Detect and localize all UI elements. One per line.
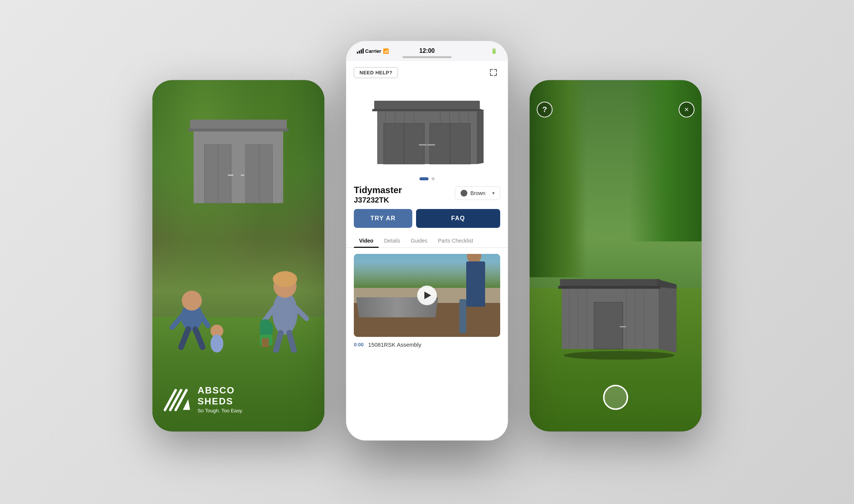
svg-rect-34 [372,109,482,111]
product-image-area [346,84,508,174]
carrier-label: Carrier [365,48,381,54]
ar-close-button[interactable]: × [679,102,694,118]
right-phone: ? × [530,80,702,432]
need-help-button[interactable]: NEED HELP? [354,67,398,78]
svg-rect-56 [558,286,660,289]
video-time: 0:00 [354,342,364,347]
main-scene: ABSCO SHEDS So Tough. Too Easy. Carrier [88,26,766,478]
product-shed-image [370,91,484,167]
svg-rect-33 [374,101,480,110]
battery-status: 🔋 [491,48,497,54]
video-caption: 0:00 15081RSK Assembly [354,337,500,348]
expand-icon [489,68,498,77]
faq-button[interactable]: FAQ [416,209,500,228]
svg-line-16 [195,329,203,347]
absco-tagline: So Tough. Too Easy. [198,408,243,413]
try-ar-button[interactable]: TRY AR [354,209,412,228]
product-sku: J37232TK [354,196,402,204]
color-selector[interactable]: Brown ▾ [455,186,500,200]
svg-rect-0 [190,120,287,130]
battery-icon: 🔋 [491,48,497,54]
svg-line-29 [165,390,176,410]
svg-line-25 [289,333,294,351]
tab-video[interactable]: Video [354,234,379,247]
play-button[interactable] [417,286,437,305]
color-name-label: Brown [470,190,489,196]
svg-rect-28 [262,338,269,347]
tab-guides[interactable]: Guides [405,234,433,247]
status-carrier: Carrier 📶 [357,48,389,54]
video-thumbnail[interactable] [354,254,500,337]
video-section: 0:00 15081RSK Assembly [346,248,508,440]
wifi-icon: 📶 [383,48,389,54]
product-info: Tidymaster J37232TK Brown ▾ [346,185,508,209]
center-phone: Carrier 📶 12:00 🔋 NEED HELP? [346,41,508,441]
svg-rect-54 [560,279,660,287]
svg-marker-50 [477,109,484,164]
svg-point-51 [564,351,675,360]
svg-rect-1 [188,129,289,132]
svg-line-15 [181,329,188,347]
svg-line-30 [170,390,181,410]
chevron-down-icon: ▾ [492,191,495,196]
drag-indicator [402,56,452,58]
close-icon: × [684,105,689,114]
signal-bars [357,48,364,54]
carousel-dot-1[interactable] [419,177,429,180]
svg-line-24 [276,333,281,351]
svg-point-21 [273,271,297,287]
tabs-bar: Video Details Guides Parts Checklist [346,234,508,248]
question-mark-icon: ? [542,105,547,114]
svg-line-13 [172,315,183,327]
svg-line-14 [201,315,208,326]
absco-logo-area: ABSCO SHEDS So Tough. Too Easy. [163,385,243,413]
carousel-dot-2[interactable] [432,177,435,180]
left-phone: ABSCO SHEDS So Tough. Too Easy. [152,80,324,432]
product-name: Tidymaster [354,185,402,196]
carousel-dots [346,174,508,185]
svg-marker-32 [183,399,190,410]
play-triangle-icon [424,292,431,299]
action-buttons-row: TRY AR FAQ [346,209,508,234]
status-time: 12:00 [419,48,435,54]
tab-details[interactable]: Details [379,234,405,247]
ar-capture-button[interactable] [603,385,628,410]
absco-brand-name: ABSCO SHEDS [198,385,243,407]
video-title-text: 15081RSK Assembly [368,341,421,348]
svg-marker-52 [659,281,677,353]
svg-rect-63 [594,303,623,349]
svg-point-12 [182,290,202,310]
ar-help-button[interactable]: ? [537,102,553,118]
ar-shed-structure [558,267,680,360]
tab-parts-checklist[interactable]: Parts Checklist [433,234,478,247]
color-swatch [461,190,467,197]
absco-logo-icon [163,385,192,413]
expand-button[interactable] [487,66,500,79]
svg-point-18 [210,335,223,353]
svg-point-19 [272,292,298,335]
app-topbar: NEED HELP? [346,61,508,84]
